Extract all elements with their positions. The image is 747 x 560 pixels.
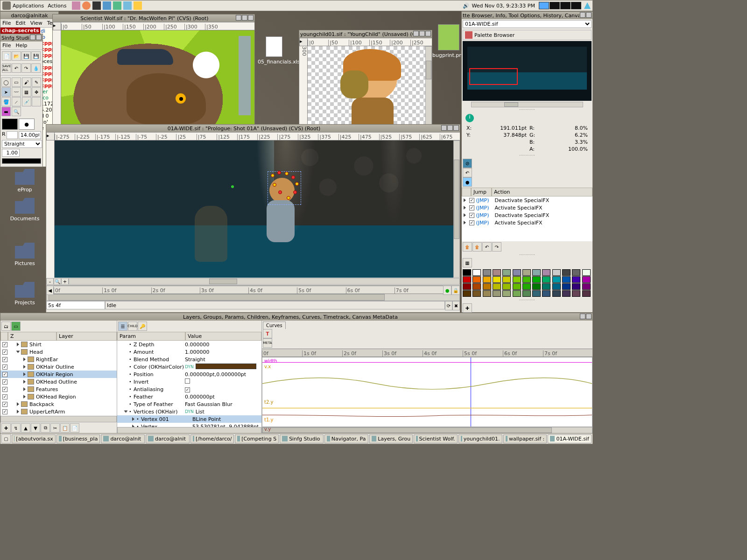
redo2-icon[interactable]: ↷ [492,242,501,252]
undo2-icon[interactable]: ↶ [482,242,492,252]
param-value[interactable]: BLine Point [192,416,221,422]
color-swatch[interactable] [562,290,571,297]
tool-circle[interactable]: ◯ [1,77,11,87]
taskbar-item[interactable]: darco@alnit [146,434,190,443]
main-canvas[interactable] [55,140,453,278]
taskbar-item[interactable]: Scientist Wolf. [414,434,458,443]
color-swatch[interactable] [483,290,491,297]
color-swatch[interactable] [522,290,531,297]
desktop-icon-eprop[interactable]: eProp [8,169,41,193]
keyframes-tab-icon[interactable]: 🔑 [138,322,147,331]
expander-icon[interactable] [17,410,19,413]
taskbar-item[interactable]: darco@alnit [101,434,145,443]
color-swatch[interactable] [502,290,511,297]
layer-toggle[interactable] [2,372,7,377]
taskbar-item[interactable]: Layers, Grou [369,434,413,443]
layer-toggle[interactable] [2,357,7,362]
color-swatch[interactable] [522,276,531,283]
layer-row[interactable]: OKHead Region [0,393,117,400]
col-action[interactable]: Action [492,188,592,196]
expander-icon[interactable] [23,357,26,361]
color-swatch[interactable] [532,290,541,297]
color-swatch[interactable] [463,276,471,283]
tool-gradient[interactable]: ▦ [22,87,31,97]
color-swatch[interactable] [483,283,491,290]
volume-icon[interactable]: 🔊 [463,3,469,9]
curves-tab[interactable]: Curves [263,322,286,329]
applet-icon[interactable] [584,2,591,9]
layer-row[interactable]: OKHead Outline [0,378,117,385]
color-swatch[interactable] [542,269,550,276]
layer-toggle[interactable] [2,379,7,385]
color-swatch[interactable] [572,283,580,290]
param-value[interactable]: Fast Gaussian Blur [185,401,233,407]
color-swatch[interactable] [552,290,561,297]
layer-toggle[interactable] [2,409,7,414]
refresh-icon[interactable]: ⟳ [445,301,452,310]
color-swatch[interactable] [522,283,531,290]
layer-row[interactable]: OKHair Region [0,371,117,378]
applications-menu[interactable]: Applications [13,3,44,9]
layer-row[interactable]: OKHair Outline [0,363,117,371]
desktop-icon-documents[interactable]: Documents [8,198,41,222]
color-swatch[interactable] [552,269,561,276]
history-tab-1-icon[interactable]: ⊘ [463,159,472,168]
layer-toggle[interactable] [2,387,7,392]
saveall-icon[interactable]: SAVEALL [2,63,11,73]
taskbar-item[interactable]: Navigator, Pa [324,434,368,443]
param-row[interactable]: • Position 0.000000pt,0.000000pt [117,371,261,378]
expander-icon[interactable] [124,411,128,413]
wolf-vruler[interactable] [53,30,61,129]
tool-zoom[interactable]: 🔍 [12,107,21,116]
expander-icon[interactable] [17,402,19,406]
launcher-5-icon[interactable] [134,1,142,10]
color-swatch[interactable] [532,269,541,276]
color-swatch[interactable] [483,269,491,276]
main-time-hscroll[interactable] [46,294,460,301]
taskbar-item[interactable]: 01A-WIDE.sif [548,434,592,443]
color-swatch[interactable] [463,283,471,290]
layer-row[interactable]: Shirt [0,341,117,348]
layer-add-icon[interactable]: ✚ [1,423,11,433]
color-swatch[interactable] [532,283,541,290]
color-swatch[interactable] [552,283,561,290]
launcher-home-icon[interactable] [72,1,80,10]
child-canvas[interactable] [308,46,425,129]
doc-select[interactable]: 01A-WIDE.sif [463,20,592,28]
lock-icon[interactable]: 🔒 [451,286,460,295]
param-row[interactable]: • Vertex 001 BLine Point [117,415,261,423]
layer-list[interactable]: Shirt Head RightEar OKHair Outline OKHai… [0,341,117,416]
launcher-terminal-icon[interactable] [92,1,101,10]
wolf-hruler[interactable]: |0|50|100|150|200|250|300|350 [61,22,254,30]
blend-select[interactable]: Straight [2,140,42,148]
color-swatch[interactable] [513,290,521,297]
col-param[interactable]: Param [117,332,185,341]
expander-icon[interactable] [23,387,26,391]
params-hscroll[interactable] [117,427,261,434]
main-vruler[interactable] [46,140,55,278]
color-swatch[interactable] [502,276,511,283]
record-icon[interactable]: ● [443,286,451,295]
bg-color[interactable]: ● [19,119,35,130]
color-swatch[interactable] [463,269,471,276]
taskbar-item[interactable]: [Competing S [235,434,279,443]
layer-toggle[interactable] [2,342,7,347]
layer-copy-icon[interactable]: 📋 [60,423,70,433]
color-swatch[interactable] [562,269,571,276]
color-swatch[interactable] [493,290,501,297]
color-swatch[interactable] [513,283,521,290]
color-swatch[interactable] [542,276,550,283]
color-swatch[interactable] [493,276,501,283]
curves-hscroll[interactable] [262,427,592,434]
color-swatch[interactable] [513,276,521,283]
param-row[interactable]: • Vertices (OKHair) DYN List [117,408,261,415]
actions-menu[interactable]: Actions [48,3,66,9]
layer-dn-icon[interactable]: ▼ [31,423,40,433]
tool-bline[interactable]: 〰 [12,87,21,97]
param-value[interactable]: 0.000000pt [185,394,215,400]
param-list[interactable]: • Z Depth 0.000000 • Amount 1.000000 • B… [117,341,261,427]
time-back-icon[interactable]: ◀ [46,286,54,295]
launcher-firefox-icon[interactable] [82,1,91,10]
history-list[interactable]: (JMP)Deactivate SpecialFX (JMP)Activate … [462,196,592,241]
layer-del-icon[interactable]: ↯ [11,423,21,433]
